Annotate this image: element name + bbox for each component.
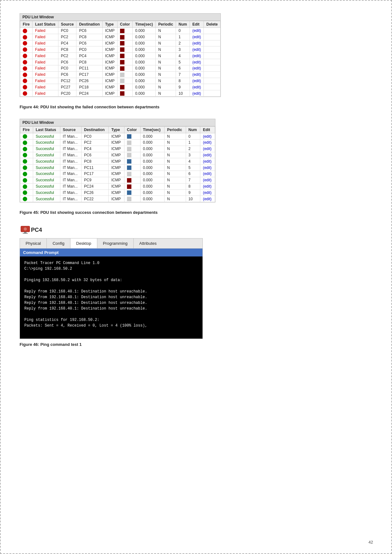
periodic-cell: N [164,152,186,158]
fire-cell [20,158,33,165]
tab-physical[interactable]: Physical [20,238,47,248]
color-cell [124,146,140,152]
figure45-section: PDU List Window Fire Last Status Source … [20,119,372,215]
type-cell: ICMP [102,34,117,40]
periodic-cell: N [155,28,176,34]
periodic-cell: N [155,46,176,53]
fire-cell [20,152,33,158]
figure44-section: PDU List Window Fire Last Status Source … [20,13,372,109]
delete-cell[interactable] [204,28,220,34]
source-cell: IT Man... [60,133,81,140]
type-cell: ICMP [109,152,124,158]
table-row: Failed PC2 PC4 ICMP 0.000 N 4 (edit) [20,53,220,59]
edit-cell[interactable]: (edit) [200,183,215,190]
destination-cell: PC6 [81,152,109,158]
source-cell: PC2 [58,53,76,59]
status-cell: Successful [33,171,60,177]
tab-programming[interactable]: Programming [97,238,134,248]
status-cell: Failed [33,90,58,97]
edit-cell[interactable]: (edit) [200,165,215,171]
source-cell: IT Man... [60,177,81,183]
periodic-cell: N [164,177,186,183]
color-cell [117,40,132,46]
time-cell: 0.000 [133,71,156,78]
color-cell [124,183,140,190]
source-cell: IT Man... [60,196,81,202]
edit-cell[interactable]: (edit) [190,46,203,53]
status-cell: Successful [33,146,60,152]
edit-cell[interactable]: (edit) [200,152,215,158]
tabs-bar[interactable]: Physical Config Desktop Programming Attr… [20,238,203,248]
periodic-cell: N [155,59,176,65]
table-row: Successful IT Man... PC24 ICMP 0.000 N 8… [20,183,215,190]
status-cell: Successful [33,177,60,183]
num-cell: 2 [176,40,190,46]
edit-cell[interactable]: (edit) [190,28,203,34]
edit-cell[interactable]: (edit) [200,190,215,196]
col-num: Num [186,127,200,133]
delete-cell[interactable] [204,84,220,90]
destination-cell: PC0 [76,46,102,53]
num-cell: 8 [176,78,190,84]
delete-cell[interactable] [204,78,220,84]
edit-cell[interactable]: (edit) [200,133,215,140]
delete-cell[interactable] [204,46,220,53]
delete-cell[interactable] [204,71,220,78]
edit-cell[interactable]: (edit) [190,34,203,40]
edit-cell[interactable]: (edit) [190,78,203,84]
tab-desktop[interactable]: Desktop [70,238,97,248]
time-cell: 0.000 [133,40,156,46]
destination-cell: PC6 [76,28,102,34]
tab-config[interactable]: Config [47,238,70,248]
source-cell: IT Man... [60,183,81,190]
num-cell: 3 [186,152,200,158]
edit-cell[interactable]: (edit) [190,40,203,46]
time-cell: 0.000 [140,165,164,171]
color-cell [117,34,132,40]
delete-cell[interactable] [204,59,220,65]
edit-cell[interactable]: (edit) [200,171,215,177]
pdu-table-44: Fire Last Status Source Destination Type… [20,21,220,97]
edit-cell[interactable]: (edit) [190,59,203,65]
time-cell: 0.000 [133,46,156,53]
edit-cell[interactable]: (edit) [190,84,203,90]
fire-cell [20,196,33,202]
fire-cell [20,171,33,177]
delete-cell[interactable] [204,53,220,59]
periodic-cell: N [155,34,176,40]
edit-cell[interactable]: (edit) [190,65,203,71]
delete-cell[interactable] [204,34,220,40]
edit-cell[interactable]: (edit) [190,53,203,59]
num-cell: 10 [186,196,200,202]
fire-cell [20,165,33,171]
periodic-cell: N [164,158,186,165]
time-cell: 0.000 [133,84,156,90]
periodic-cell: N [155,90,176,97]
edit-cell[interactable]: (edit) [200,146,215,152]
status-cell: Failed [33,28,58,34]
col-time: Time(sec) [133,21,156,28]
delete-cell[interactable] [204,65,220,71]
status-cell: Failed [33,84,58,90]
edit-cell[interactable]: (edit) [190,71,203,78]
delete-cell[interactable] [204,90,220,97]
color-cell [124,190,140,196]
num-cell: 4 [176,53,190,59]
pc-icon [20,224,31,236]
edit-cell[interactable]: (edit) [200,177,215,183]
pdu-header-row-44: Fire Last Status Source Destination Type… [20,21,220,28]
edit-cell[interactable]: (edit) [200,139,215,146]
edit-cell[interactable]: (edit) [200,158,215,165]
delete-cell[interactable] [204,40,220,46]
col-type: Type [102,21,117,28]
cmd-body[interactable]: Packet Tracer PC Command Line 1.0C:\>pin… [20,256,202,339]
col-fire: Fire [20,21,33,28]
edit-cell[interactable]: (edit) [190,90,203,97]
edit-cell[interactable]: (edit) [200,196,215,202]
tab-attributes[interactable]: Attributes [134,238,162,248]
device-title: PC4 [31,227,42,233]
num-cell: 7 [186,177,200,183]
color-cell [124,196,140,202]
fire-cell [20,177,33,183]
type-cell: ICMP [102,65,117,71]
